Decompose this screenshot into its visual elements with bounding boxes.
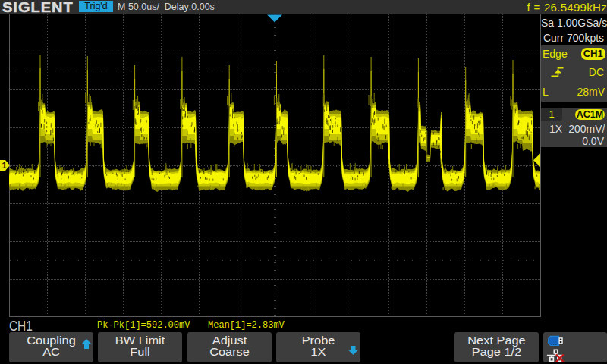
svg-text:1: 1 [2,161,8,170]
